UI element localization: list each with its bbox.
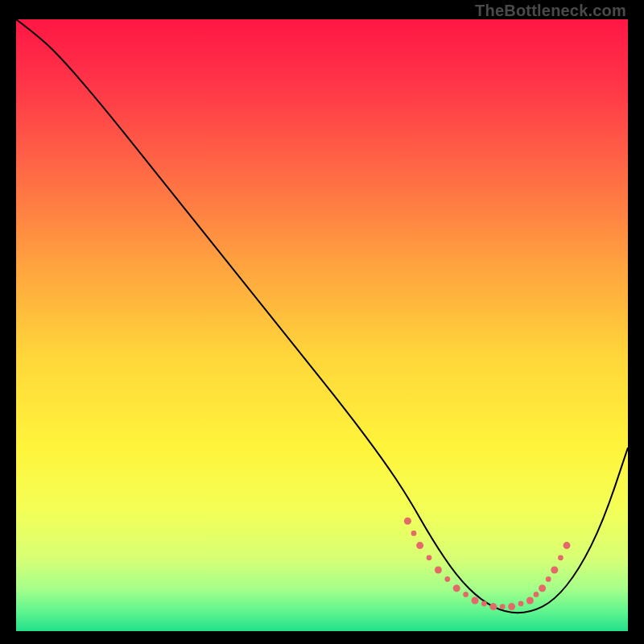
optimal-dot [500, 604, 506, 609]
optimal-dot [534, 592, 539, 597]
optimal-dot [416, 542, 423, 549]
optimal-dot [546, 576, 551, 582]
optimal-dot [551, 567, 558, 574]
optimal-dot [444, 576, 450, 582]
chart-frame [16, 19, 628, 631]
optimal-dot [453, 584, 460, 592]
optimal-dot [558, 555, 564, 560]
optimal-dot [435, 567, 442, 574]
optimal-dot [472, 597, 479, 605]
optimal-dot [518, 601, 524, 606]
optimal-dot [526, 597, 534, 605]
optimal-dot [404, 518, 411, 525]
optimal-dot [427, 555, 432, 560]
watermark-text: TheBottleneck.com [475, 2, 626, 20]
gradient-background [16, 19, 628, 631]
optimal-dot [489, 603, 497, 610]
optimal-dot [508, 603, 515, 610]
optimal-dot [411, 530, 417, 536]
optimal-dot [564, 542, 571, 549]
bottleneck-chart [16, 19, 628, 631]
optimal-dot [481, 601, 487, 606]
optimal-dot [539, 584, 546, 592]
optimal-dot [463, 592, 469, 597]
